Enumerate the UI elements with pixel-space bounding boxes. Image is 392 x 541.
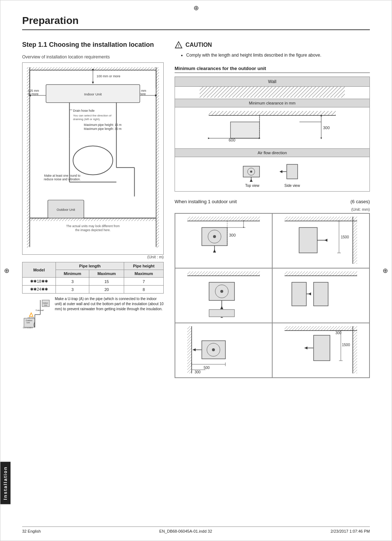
page: ⊕ ⊕ ⊕ Preparation Step 1.1 Choosing the … <box>0 0 392 541</box>
svg-rect-111 <box>292 282 306 306</box>
min-1: 3 <box>56 278 89 286</box>
svg-text:!: ! <box>31 314 31 316</box>
top-view-svg <box>238 161 267 183</box>
main-content: Step 1.1 Choosing the installation locat… <box>22 41 370 378</box>
side-view-svg <box>278 161 307 183</box>
svg-text:reduce noise and vibration.: reduce noise and vibration. <box>44 177 81 181</box>
svg-point-71 <box>250 171 252 173</box>
table-header-model: Model <box>23 262 56 278</box>
table-subheader-min: Minimum <box>56 270 89 278</box>
caution-item: Comply with the length and height limits… <box>186 52 370 58</box>
svg-text:300: 300 <box>195 370 201 373</box>
outdoor-unit-svg: Outdoor Unit Outer wall Indoor Unit Cut … <box>22 296 51 329</box>
case-6-svg: 300 1500 <box>275 326 366 373</box>
table-row: ✱✱24✱✱ 3 20 8 <box>23 286 164 294</box>
svg-rect-109 <box>285 271 357 276</box>
airflow-views: Top view <box>179 161 366 188</box>
case-4-svg <box>275 271 366 319</box>
caution-box: ! CAUTION Comply with the length and hei… <box>175 41 370 58</box>
airflow-views-cell: Top view <box>175 157 370 192</box>
page-number: 32 <box>22 529 26 533</box>
footer-left: 32 English <box>22 529 41 533</box>
reg-mark-right: ⊕ <box>383 267 388 275</box>
case-2: 1500 <box>272 213 369 268</box>
max-1: 15 <box>89 278 124 286</box>
svg-text:1500: 1500 <box>342 343 350 347</box>
svg-rect-115 <box>187 326 192 373</box>
installation-diagram: 100 mm or more <box>22 62 164 255</box>
svg-rect-56 <box>200 87 345 98</box>
clearance-label: Minimum clearance in mm <box>175 99 370 107</box>
reg-mark-left: ⊕ <box>4 267 9 275</box>
svg-text:the images depicted here.: the images depicted here. <box>75 228 110 232</box>
clearances-table: Wall <box>175 77 370 192</box>
clearances-title: Minimum clearances for the outdoor unit <box>175 66 370 73</box>
installation-sidebar: Installation <box>0 462 11 504</box>
table-header-pipe-height: Pipe height <box>124 262 164 270</box>
svg-rect-132 <box>314 335 330 361</box>
hatch-svg <box>175 87 369 98</box>
case-5-svg: 500 300 <box>178 326 269 373</box>
case-4 <box>272 268 369 323</box>
svg-text:300: 300 <box>323 126 330 130</box>
svg-rect-59 <box>230 122 260 138</box>
svg-text:Maximum pipe height: 15 m: Maximum pipe height: 15 m <box>84 123 122 127</box>
clearance-label-row: Minimum clearance in mm <box>175 99 370 107</box>
svg-text:300: 300 <box>229 233 236 237</box>
svg-text:300: 300 <box>335 331 342 335</box>
cases-grid: 300 <box>175 213 370 378</box>
outdoor-note-text: Make a U-trap (A) on the pipe (which is … <box>55 296 164 312</box>
svg-text:or more: or more <box>28 92 38 96</box>
clearance-diagram-cell: 600 300 <box>175 107 370 149</box>
cases-label: (6 cases) <box>351 199 370 204</box>
height-2: 8 <box>124 286 164 294</box>
case-3-svg <box>178 271 269 319</box>
svg-text:Make at least one round to: Make at least one round to <box>44 174 80 177</box>
svg-text:Indoor Unit: Indoor Unit <box>84 92 102 96</box>
outdoor-note: Outdoor Unit Outer wall Indoor Unit Cut … <box>22 296 164 330</box>
svg-text:Cut insulation: Cut insulation <box>23 327 33 329</box>
svg-rect-91 <box>299 228 317 253</box>
clearances-section: Minimum clearances for the outdoor unit … <box>175 66 370 192</box>
clearance-diagram-svg: 600 300 <box>179 111 366 144</box>
svg-text:Unit: Unit <box>26 321 30 324</box>
footer-date: 2/23/2017 1:07:46 PM <box>331 529 370 533</box>
top-view-label: Top view <box>238 184 267 188</box>
clearance-diagram-row: 600 300 <box>175 107 370 149</box>
footer-file: EN_DB68-06045A-01.indd 32 <box>159 529 212 533</box>
table-header-pipe-length: Pipe length <box>56 262 124 270</box>
pipe-table: Model Pipe length Pipe height Minimum Ma… <box>22 262 164 294</box>
unit-note: (Unit : m) <box>22 255 164 259</box>
hatch-row <box>175 87 370 99</box>
svg-text:draining (left or right).: draining (left or right). <box>73 118 100 121</box>
svg-text:Outdoor Unit: Outdoor Unit <box>57 208 75 212</box>
side-view-label: Side view <box>278 184 307 188</box>
svg-rect-74 <box>287 164 298 179</box>
caution-triangle-icon: ! <box>175 41 183 49</box>
right-column: ! CAUTION Comply with the length and hei… <box>175 41 370 378</box>
footer: 32 English EN_DB68-06045A-01.indd 32 2/2… <box>22 526 370 533</box>
svg-point-81 <box>213 235 216 238</box>
svg-text:You can select the direction o: You can select the direction of <box>73 114 111 117</box>
model-1: ✱✱18✱✱ <box>23 278 56 286</box>
svg-text:500: 500 <box>204 366 210 370</box>
case-3 <box>175 268 272 323</box>
svg-point-26 <box>73 146 113 175</box>
installing-header: When installing 1 outdoor unit (6 cases) <box>175 199 370 204</box>
unit-mm: (Unit: mm) <box>175 207 370 212</box>
airflow-views-row: Top view <box>175 157 370 192</box>
step-title: Step 1.1 Choosing the installation locat… <box>22 41 164 49</box>
svg-rect-128 <box>285 326 357 331</box>
page-lang-text: English <box>28 529 41 533</box>
table-subheader-max: Maximum <box>89 270 124 278</box>
case-2-svg: 1500 <box>275 217 366 264</box>
svg-text:100 mm or more: 100 mm or more <box>97 74 121 78</box>
svg-text:Unit: Unit <box>44 304 48 306</box>
svg-rect-100 <box>187 271 260 276</box>
table-subheader-max2: Maximum <box>124 270 164 278</box>
left-column: Step 1.1 Choosing the installation locat… <box>22 41 164 378</box>
svg-rect-35 <box>30 218 156 221</box>
diagram-svg: 100 mm or more <box>26 66 160 251</box>
svg-rect-89 <box>285 217 357 221</box>
wall-row: Wall <box>175 77 370 87</box>
